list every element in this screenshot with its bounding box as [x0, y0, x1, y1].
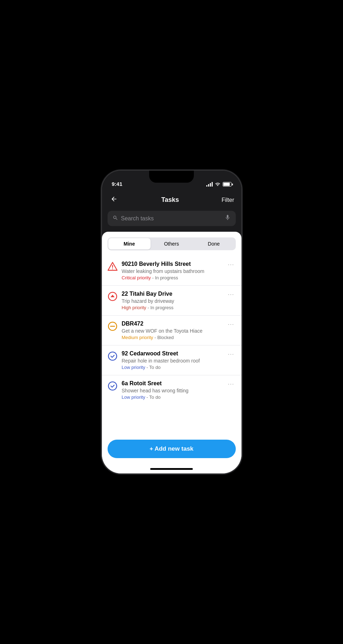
task-meta: Critical priority - In progress [122, 275, 222, 280]
task-item[interactable]: 6a Rotoit Sreet Shower head has wrong fi… [102, 375, 241, 405]
page-title: Tasks [161, 196, 179, 204]
notch [149, 171, 194, 183]
priority-label: Low priority [122, 365, 145, 370]
task-title: 92 Cedarwood Street [122, 350, 222, 357]
task-description: Water leaking from upstairs bathroom [122, 268, 222, 274]
back-button[interactable] [109, 194, 119, 206]
tab-mine[interactable]: Mine [108, 238, 151, 249]
task-item[interactable]: DBR472 Get a new WOF on the Toyota Hiace… [102, 316, 241, 345]
circle-up-icon [108, 291, 118, 301]
task-more-button[interactable]: ··· [226, 350, 235, 358]
tab-others[interactable]: Others [151, 238, 193, 249]
task-meta: High priority - In progress [122, 305, 222, 310]
task-item[interactable]: 92 Cedarwood Street Repair hole in maste… [102, 345, 241, 375]
task-item[interactable]: 90210 Beverly Hills Street Water leaking… [102, 256, 241, 286]
task-meta: Medium priority - Blocked [122, 335, 222, 340]
task-body: 90210 Beverly Hills Street Water leaking… [122, 261, 222, 280]
priority-label: Critical priority [122, 275, 151, 280]
search-bar[interactable]: Search tasks [108, 211, 236, 226]
microphone-icon[interactable] [224, 214, 231, 222]
task-status: - To do [147, 365, 161, 370]
wifi-icon [215, 182, 220, 187]
task-description: Shower head has wrong fitting [122, 388, 222, 393]
task-title: 90210 Beverly Hills Street [122, 261, 222, 267]
task-more-button[interactable]: ··· [226, 321, 235, 328]
search-icon [113, 215, 118, 222]
tabs-container: Mine Others Done [102, 232, 241, 253]
task-meta: Low priority - To do [122, 395, 222, 400]
task-title: DBR472 [122, 321, 222, 327]
task-body: 6a Rotoit Sreet Shower head has wrong fi… [122, 380, 222, 400]
task-more-button[interactable]: ··· [226, 380, 235, 388]
filter-button[interactable]: Filter [222, 197, 234, 203]
svg-point-5 [108, 352, 116, 360]
task-item[interactable]: 22 Titahi Bay Drive Trip hazard by drive… [102, 286, 241, 316]
task-more-button[interactable]: ··· [226, 261, 235, 268]
task-description: Trip hazard by driveway [122, 298, 222, 304]
task-status: - Blocked [154, 335, 174, 340]
circle-check-icon [108, 381, 118, 391]
task-status: - To do [147, 395, 161, 400]
task-description: Repair hole in master bedroom roof [122, 358, 222, 364]
warning-icon [108, 262, 118, 272]
add-button-container: + Add new task [102, 434, 241, 465]
tab-done[interactable]: Done [193, 238, 235, 249]
task-status: - In progress [147, 305, 173, 310]
main-content: Mine Others Done [102, 232, 241, 473]
task-body: 92 Cedarwood Street Repair hole in maste… [122, 350, 222, 370]
search-container: Search tasks [102, 211, 241, 232]
app-content: Tasks Filter Search tasks [102, 190, 241, 473]
task-status: - In progress [152, 275, 178, 280]
task-more-button[interactable]: ··· [226, 291, 235, 298]
priority-label: Medium priority [122, 335, 153, 340]
status-icons [206, 182, 232, 187]
circle-minus-icon [108, 321, 118, 331]
priority-label: High priority [122, 305, 146, 310]
task-title: 22 Titahi Bay Drive [122, 291, 222, 297]
priority-label: Low priority [122, 395, 145, 400]
phone-frame: 9:41 [102, 171, 241, 473]
svg-point-1 [112, 268, 113, 269]
battery-icon [223, 182, 232, 187]
task-list: 90210 Beverly Hills Street Water leaking… [102, 253, 241, 408]
home-indicator [102, 465, 241, 473]
add-task-button[interactable]: + Add new task [108, 440, 236, 458]
task-body: DBR472 Get a new WOF on the Toyota Hiace… [122, 321, 222, 340]
tab-bar: Mine Others Done [108, 237, 236, 250]
circle-check-icon [108, 351, 118, 361]
status-time: 9:41 [112, 181, 123, 187]
task-body: 22 Titahi Bay Drive Trip hazard by drive… [122, 291, 222, 310]
task-meta: Low priority - To do [122, 365, 222, 370]
svg-point-6 [108, 382, 116, 390]
header: Tasks Filter [102, 190, 241, 211]
home-bar [150, 468, 193, 470]
spacer [102, 408, 241, 434]
task-title: 6a Rotoit Sreet [122, 380, 222, 387]
task-description: Get a new WOF on the Toyota Hiace [122, 328, 222, 334]
signal-bars-icon [206, 182, 213, 187]
search-input[interactable]: Search tasks [121, 215, 222, 222]
